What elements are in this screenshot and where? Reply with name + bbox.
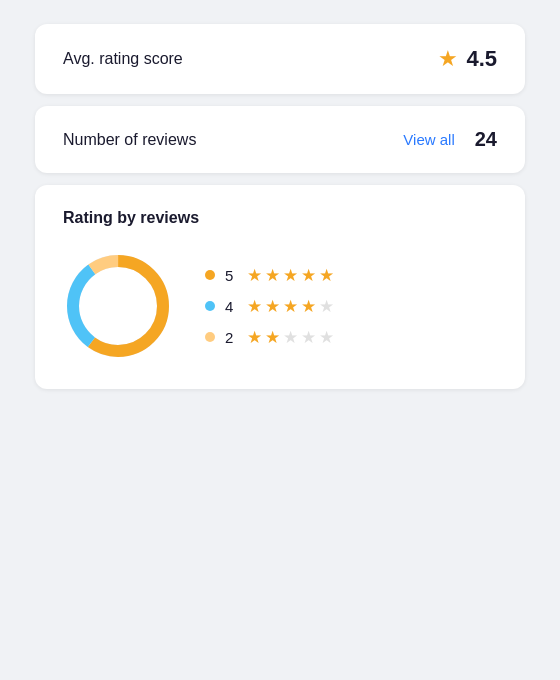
stars-row-5: ★ ★ ★ ★ ★ — [247, 267, 334, 284]
legend-dot-4 — [205, 301, 215, 311]
star-2: ★ — [265, 329, 280, 346]
avg-rating-label: Avg. rating score — [63, 50, 183, 68]
star-4-empty: ★ — [301, 329, 316, 346]
main-container: Avg. rating score ★ 4.5 Number of review… — [35, 24, 525, 389]
legend-item-4: 4 ★ ★ ★ ★ ★ — [205, 298, 334, 315]
star-3: ★ — [283, 298, 298, 315]
chart-section: 5 ★ ★ ★ ★ ★ 4 ★ ★ ★ — [63, 251, 497, 361]
star-1: ★ — [247, 329, 262, 346]
star-5-empty: ★ — [319, 298, 334, 315]
legend-item-5: 5 ★ ★ ★ ★ ★ — [205, 267, 334, 284]
reviews-right: View all 24 — [403, 128, 497, 151]
rating-by-reviews-title: Rating by reviews — [63, 209, 497, 227]
avg-rating-card: Avg. rating score ★ 4.5 — [35, 24, 525, 94]
donut-chart — [63, 251, 173, 361]
legend-num-2: 2 — [225, 329, 237, 346]
legend-num-5: 5 — [225, 267, 237, 284]
star-5: ★ — [319, 267, 334, 284]
reviews-label: Number of reviews — [63, 131, 196, 149]
view-all-link[interactable]: View all — [403, 131, 454, 148]
legend-dot-2 — [205, 332, 215, 342]
star-3-empty: ★ — [283, 329, 298, 346]
reviews-count-number: 24 — [475, 128, 497, 151]
avg-rating-value: ★ 4.5 — [438, 46, 497, 72]
stars-row-4: ★ ★ ★ ★ ★ — [247, 298, 334, 315]
rating-by-reviews-card: Rating by reviews — [35, 185, 525, 389]
legend: 5 ★ ★ ★ ★ ★ 4 ★ ★ ★ — [205, 267, 334, 346]
star-1: ★ — [247, 298, 262, 315]
star-2: ★ — [265, 298, 280, 315]
star-1: ★ — [247, 267, 262, 284]
star-2: ★ — [265, 267, 280, 284]
reviews-count-card: Number of reviews View all 24 — [35, 106, 525, 173]
star-5-empty: ★ — [319, 329, 334, 346]
star-4: ★ — [301, 267, 316, 284]
legend-num-4: 4 — [225, 298, 237, 315]
avg-rating-number: 4.5 — [466, 46, 497, 72]
star-4: ★ — [301, 298, 316, 315]
legend-dot-5 — [205, 270, 215, 280]
legend-item-2: 2 ★ ★ ★ ★ ★ — [205, 329, 334, 346]
star-3: ★ — [283, 267, 298, 284]
stars-row-2: ★ ★ ★ ★ ★ — [247, 329, 334, 346]
star-icon: ★ — [438, 48, 458, 70]
